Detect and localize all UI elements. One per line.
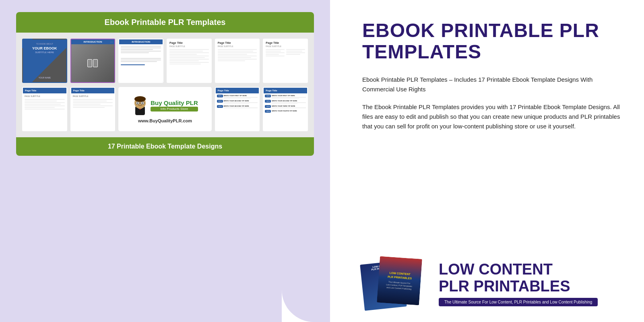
text-line bbox=[121, 52, 149, 53]
tips-2-title: Page Title bbox=[264, 88, 307, 93]
svg-point-7 bbox=[137, 103, 138, 104]
book-subtitle: The Ultimate Source ForLow Content, PLR … bbox=[386, 281, 413, 291]
tips-2-badge-4: TIPS bbox=[265, 110, 271, 113]
logo-text: Buy Quality PLR Info Products Store bbox=[151, 100, 198, 111]
logo-url: www.BuyQualityPLR.com bbox=[138, 118, 192, 123]
intro-text-header: INTRODUCTION bbox=[119, 39, 163, 44]
tip-badge-2: TIPS bbox=[217, 100, 223, 103]
book-title: LOW CONTENTPLR PRINTABLES bbox=[388, 271, 412, 281]
tips-2-body: Page Title TIPS WRITE YOUR FIRST TIP HER… bbox=[264, 88, 307, 130]
left-panel: Ebook Printable PLR Templates TO KNOW AB… bbox=[0, 0, 330, 322]
blue-header-1-body: Page Title PAGE SUBTITLE bbox=[23, 88, 66, 130]
right-bottom: LOW CONTENTPLR PRINTABLES LOW CONTENTPLR… bbox=[362, 258, 624, 310]
blue-header-2-body: Page Title PAGE SUBTITLE bbox=[71, 88, 115, 130]
blue-header-1-title: Page Title bbox=[23, 88, 66, 93]
right-panel: Ebook Printable PLR Templates Ebook Prin… bbox=[330, 0, 644, 322]
page-title-2-subtitle: PAGE SUBTITLE bbox=[218, 45, 257, 47]
tips-2-tip-row-4: TIPS WRITE YOUR FOURTH TIP HERE bbox=[265, 110, 306, 113]
book-stack: LOW CONTENTPLR PRINTABLES LOW CONTENTPLR… bbox=[362, 258, 431, 310]
text-line bbox=[121, 49, 153, 50]
text-line bbox=[121, 60, 161, 60]
page-title-3-title: Page Title bbox=[266, 41, 305, 44]
page-title-1-subtitle: PAGE SUBTITLE bbox=[169, 45, 209, 47]
tip-badge-3: TIPS bbox=[217, 105, 223, 108]
template-page-title-1[interactable]: Page Title PAGE SUBTITLE bbox=[167, 39, 212, 83]
logo-store-badge: Info Products Store bbox=[151, 107, 198, 111]
photo-placeholder bbox=[71, 44, 115, 82]
blue-header-2-content: PAGE SUBTITLE bbox=[71, 93, 115, 130]
page-title-2-title: Page Title bbox=[218, 41, 257, 44]
logo-area: Buy Quality PLR Info Products Store www.… bbox=[118, 87, 211, 131]
tips-2-tip-row-3: TIPS WRITE YOUR THIRD TIP HERE bbox=[265, 105, 306, 109]
page-title-3-columns bbox=[266, 49, 305, 80]
cover-main-title: YOUR EBOOK bbox=[32, 46, 57, 50]
template-page-title-3[interactable]: Page Title PAGE SUBTITLE bbox=[263, 39, 308, 83]
page-title-2-lines bbox=[218, 49, 257, 61]
tips-1-body: Page Title TIPS WRITE YOUR FIRST TIP HER… bbox=[216, 88, 259, 130]
page-title-1-lines bbox=[169, 49, 209, 64]
tips-2-text-2: WRITE YOUR SECOND TIP HERE bbox=[272, 100, 306, 104]
cover-eyebrow: TO KNOW ABOUT bbox=[36, 43, 53, 45]
tips-2-text-1: WRITE YOUR FIRST TIP HERE bbox=[272, 95, 306, 99]
tip-row-1: TIPS WRITE YOUR FIRST TIP HERE bbox=[217, 95, 258, 99]
tip-row-3: TIPS WRITE YOUR SECOND TIP HERE bbox=[217, 105, 258, 109]
template-blue-header-2[interactable]: Page Title PAGE SUBTITLE bbox=[70, 87, 116, 131]
brand-block: LOW CONTENTPLR PRINTABLES The Ultimate S… bbox=[439, 261, 598, 307]
dots-menu[interactable]: ··· bbox=[110, 40, 113, 44]
text-line bbox=[121, 58, 161, 59]
tip-row-2: TIPS WRITE YOUR SECOND TIP HERE bbox=[217, 100, 258, 104]
mascot-icon bbox=[132, 95, 148, 116]
intro-photo-header: INTRODUCTION bbox=[71, 39, 115, 44]
tips-2-badge-2: TIPS bbox=[265, 100, 271, 103]
tips-1-content: TIPS WRITE YOUR FIRST TIP HERE TIPS bbox=[216, 93, 259, 130]
template-page-title-2[interactable]: Page Title PAGE SUBTITLE bbox=[215, 39, 260, 83]
page-title-1-body: Page Title PAGE SUBTITLE bbox=[167, 39, 211, 82]
template-blue-header-1[interactable]: Page Title PAGE SUBTITLE bbox=[22, 87, 67, 131]
tips-2-tip-row-1: TIPS WRITE YOUR FIRST TIP HERE bbox=[265, 95, 306, 99]
blue-header-1-content: PAGE SUBTITLE bbox=[23, 93, 66, 130]
page-title-3-body: Page Title PAGE SUBTITLE bbox=[264, 39, 307, 82]
intro-photo-body bbox=[71, 44, 115, 82]
blue-header-2-title: Page Title bbox=[71, 88, 115, 93]
template-intro-text[interactable]: INTRODUCTION bbox=[118, 39, 163, 83]
template-tips-1[interactable]: Page Title TIPS WRITE YOUR FIRST TIP HER… bbox=[215, 87, 260, 131]
tips-2-badge-1: TIPS bbox=[265, 95, 271, 97]
tips-2-text-3: WRITE YOUR THIRD TIP HERE bbox=[272, 105, 306, 109]
tip-text-1: WRITE YOUR FIRST TIP HERE bbox=[224, 95, 258, 99]
text-line bbox=[121, 61, 157, 62]
card-footer: 17 Printable Ebook Template Designs bbox=[16, 137, 314, 156]
cover-author: YOUR NAME bbox=[39, 76, 51, 79]
brand-title: LOW CONTENTPLR PRINTABLES bbox=[439, 261, 598, 295]
description-2: The Ebook Printable PLR Templates provid… bbox=[362, 102, 624, 131]
text-line bbox=[121, 51, 161, 52]
tip-badge-1: TIPS bbox=[217, 95, 223, 97]
page-title-3-subtitle: PAGE SUBTITLE bbox=[266, 45, 305, 47]
phone-icons bbox=[87, 59, 98, 67]
template-tips-2[interactable]: Page Title TIPS WRITE YOUR FIRST TIP HER… bbox=[263, 87, 308, 131]
cover-subtitle-text: SUBTITLE HERE bbox=[35, 51, 54, 54]
tips-2-content: TIPS WRITE YOUR FIRST TIP HERE TIPS bbox=[264, 93, 307, 130]
page-title-2-body: Page Title PAGE SUBTITLE bbox=[216, 39, 259, 82]
logo-buy-text: Buy Quality PLR bbox=[151, 100, 198, 106]
description-1: Ebook Printable PLR Templates – Includes… bbox=[362, 75, 624, 94]
template-grid-row1: TO KNOW ABOUT YOUR EBOOK SUBTITLE HERE Y… bbox=[22, 39, 308, 83]
tip-text-2: WRITE YOUR SECOND TIP HERE bbox=[224, 100, 258, 104]
template-grid-row2: Page Title PAGE SUBTITLE bbox=[22, 87, 308, 131]
main-card: Ebook Printable PLR Templates TO KNOW AB… bbox=[16, 12, 314, 156]
tip-text-3: WRITE YOUR SECOND TIP HERE bbox=[224, 105, 258, 109]
template-intro-photo[interactable]: INTRODUCTION ··· bbox=[70, 39, 116, 83]
logo-container: Buy Quality PLR Info Products Store bbox=[132, 95, 198, 116]
book-front-inner: LOW CONTENTPLR PRINTABLES The Ultimate S… bbox=[377, 256, 422, 305]
template-cover[interactable]: TO KNOW ABOUT YOUR EBOOK SUBTITLE HERE Y… bbox=[22, 39, 67, 83]
tips-2-text-4: WRITE YOUR FOURTH TIP HERE bbox=[272, 110, 306, 112]
tips-2-tip-row-2: TIPS WRITE YOUR SECOND TIP HERE bbox=[265, 100, 306, 104]
text-line bbox=[121, 46, 161, 47]
book-front: LOW CONTENTPLR PRINTABLES The Ultimate S… bbox=[377, 256, 422, 305]
intro-text-body bbox=[119, 44, 163, 82]
tips-2-badge-3: TIPS bbox=[265, 105, 271, 108]
text-line bbox=[121, 47, 161, 48]
svg-point-4 bbox=[134, 96, 146, 102]
brand-badge: The Ultimate Source For Low Content, PLR… bbox=[439, 298, 598, 306]
tips-1-title: Page Title bbox=[216, 88, 259, 93]
svg-point-8 bbox=[142, 103, 143, 104]
